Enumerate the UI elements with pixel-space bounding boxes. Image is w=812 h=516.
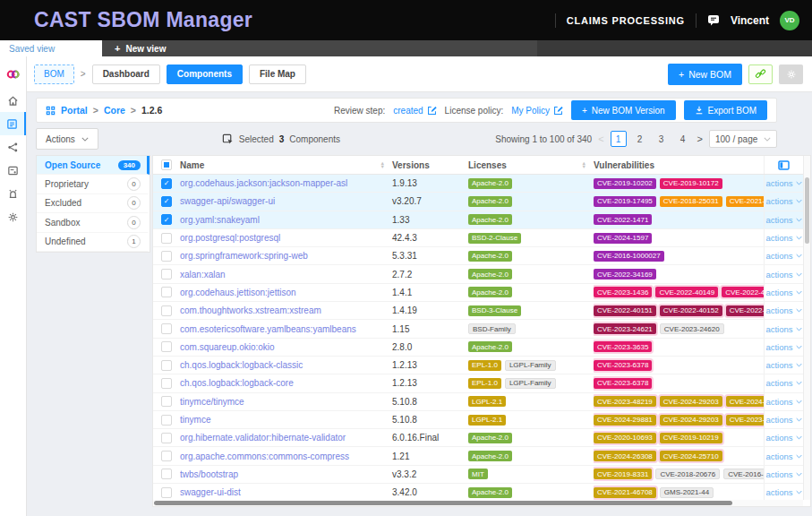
tab-components[interactable]: Components [167,64,243,84]
component-name-link[interactable]: twbs/bootstrap [180,469,238,479]
row-actions-dropdown[interactable]: actions [765,415,801,425]
scrollbar-thumb[interactable] [154,501,732,505]
component-name-link[interactable]: tinymce/tinymce [180,397,244,407]
row-checkbox[interactable] [161,433,172,443]
row-checkbox[interactable] [161,415,172,426]
page-number-4[interactable]: 4 [675,131,691,147]
breadcrumb-core[interactable]: Core [104,105,125,116]
row-checkbox[interactable] [161,233,172,244]
component-name-link[interactable]: com.esotericsoftware.yamlbeans:yamlbeans [180,324,356,334]
column-settings-icon[interactable] [778,160,790,170]
tab-new-view[interactable]: + New view [102,40,537,56]
row-actions-dropdown[interactable]: actions [765,178,801,188]
row-checkbox[interactable] [161,251,172,262]
actions-dropdown[interactable]: Actions [36,128,98,150]
component-name-link[interactable]: org.springframework:spring-web [180,251,308,261]
row-actions-dropdown[interactable]: actions [765,469,801,479]
component-name-link[interactable]: org.postgresql:postgresql [180,233,280,243]
row-actions-dropdown[interactable]: actions [765,196,801,206]
chat-icon[interactable] [707,14,720,26]
row-actions-dropdown[interactable]: actions [765,397,801,407]
component-name-link[interactable]: org.yaml:snakeyaml [180,215,260,225]
tab-dashboard[interactable]: Dashboard [92,64,160,84]
tab-file-map[interactable]: File Map [249,64,306,84]
prev-page-button[interactable]: < [598,133,603,144]
nav-share[interactable] [0,135,26,159]
breadcrumb-portal[interactable]: Portal [61,105,88,116]
row-checkbox[interactable] [161,360,172,371]
row-actions-dropdown[interactable]: actions [765,378,801,388]
component-name-link[interactable]: org.codehaus.jettison:jettison [180,288,296,297]
component-name-link[interactable]: org.apache.commons:commons-compress [180,452,349,461]
row-checkbox[interactable] [161,469,172,479]
filter-open-source[interactable]: Open Source340 [37,156,150,175]
next-page-button[interactable]: > [697,133,703,144]
horizontal-scrollbar[interactable] [153,500,803,506]
user-name[interactable]: Vincent [731,14,769,27]
new-bom-version-button[interactable]: + New BOM Version [571,100,676,120]
row-checkbox[interactable] [161,487,172,498]
page-number-2[interactable]: 2 [632,131,648,147]
row-actions-dropdown[interactable]: actions [765,452,801,461]
component-name-link[interactable]: com.thoughtworks.xstream:xstream [180,305,321,315]
bom-button[interactable]: BOM [34,64,74,84]
filter-sandbox[interactable]: Sandbox0 [37,213,150,232]
sort-icon[interactable]: ▲▼ [582,161,586,168]
component-name-link[interactable]: xalan:xalan [180,270,226,280]
scrollbar-thumb[interactable] [805,177,809,244]
col-name[interactable]: Name [180,160,204,170]
row-checkbox[interactable]: ✓ [161,178,172,189]
link-button[interactable] [748,64,773,84]
row-actions-dropdown[interactable]: actions [765,433,801,443]
row-actions-dropdown[interactable]: actions [765,233,801,243]
component-name-link[interactable]: com.squareup.okio:okio [180,342,275,352]
component-name-link[interactable]: org.codehaus.jackson:jackson-mapper-asl [180,178,347,188]
col-licenses[interactable]: Licenses [468,160,507,170]
row-checkbox[interactable]: ✓ [161,196,172,207]
component-name-link[interactable]: swagger-ui-dist [180,487,241,497]
avatar[interactable]: VD [780,11,799,30]
component-name-link[interactable]: org.hibernate.validator:hibernate-valida… [180,433,346,443]
filter-proprietary[interactable]: Proprietary0 [37,175,150,194]
row-checkbox[interactable] [161,378,172,389]
row-checkbox[interactable] [161,287,172,297]
nav-reports[interactable] [0,159,26,182]
row-actions-dropdown[interactable]: actions [765,487,801,497]
row-checkbox[interactable] [161,269,172,280]
nav-components[interactable] [0,112,26,135]
new-bom-button[interactable]: + New BOM [668,64,742,85]
page-size-select[interactable]: 100 / page [709,130,777,148]
review-step-value[interactable]: created [393,106,436,116]
row-checkbox[interactable] [161,396,172,407]
row-checkbox[interactable] [161,305,172,316]
row-actions-dropdown[interactable]: actions [765,288,801,297]
nav-home[interactable] [0,89,26,112]
export-bom-button[interactable]: Export BOM [684,100,767,120]
row-actions-dropdown[interactable]: actions [765,342,801,352]
row-actions-dropdown[interactable]: actions [765,324,801,334]
row-actions-dropdown[interactable]: actions [765,215,801,225]
component-name-link[interactable]: ch.qos.logback:logback-classic [180,360,303,370]
component-name-link[interactable]: swagger-api/swagger-ui [180,196,275,206]
page-number-1[interactable]: 1 [611,131,627,147]
select-all-checkbox[interactable] [161,159,172,170]
row-checkbox[interactable] [161,341,172,352]
row-checkbox[interactable] [161,323,172,334]
vertical-scrollbar[interactable] [803,156,810,500]
component-name-link[interactable]: tinymce [180,415,210,425]
tab-saved-view[interactable]: Saved view [0,40,102,56]
row-actions-dropdown[interactable]: actions [765,305,801,315]
page-number-3[interactable]: 3 [654,131,670,147]
sort-icon[interactable]: ▲▼ [380,161,385,168]
nav-alerts[interactable] [0,182,26,205]
row-checkbox[interactable]: ✓ [161,214,172,225]
settings-button[interactable] [779,64,803,84]
row-actions-dropdown[interactable]: actions [765,251,801,261]
row-checkbox[interactable] [161,451,172,461]
license-policy-value[interactable]: My Policy [511,106,563,116]
filter-excluded[interactable]: Excluded0 [37,194,150,213]
component-name-link[interactable]: ch.qos.logback:logback-core [180,378,294,388]
nav-settings[interactable] [0,205,26,228]
row-actions-dropdown[interactable]: actions [765,360,801,370]
filter-undefined[interactable]: Undefined1 [37,233,150,252]
